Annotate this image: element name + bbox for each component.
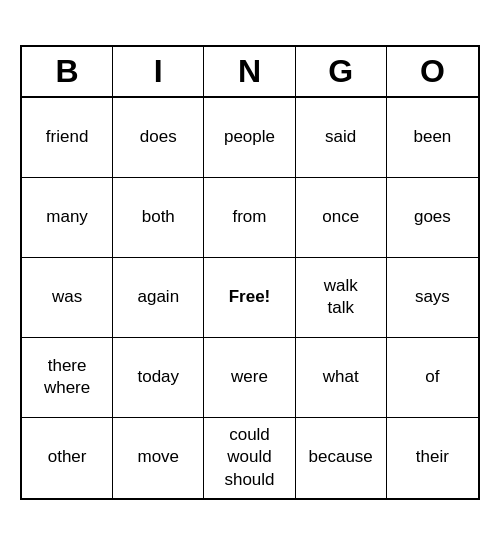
- bingo-cell-17[interactable]: were: [204, 338, 295, 418]
- bingo-cell-22[interactable]: couldwouldshould: [204, 418, 295, 498]
- bingo-cell-10[interactable]: was: [22, 258, 113, 338]
- header-i: I: [113, 47, 204, 96]
- bingo-cell-18[interactable]: what: [296, 338, 387, 418]
- bingo-cell-15[interactable]: therewhere: [22, 338, 113, 418]
- header-b: B: [22, 47, 113, 96]
- bingo-cell-9[interactable]: goes: [387, 178, 478, 258]
- bingo-cell-19[interactable]: of: [387, 338, 478, 418]
- bingo-cell-11[interactable]: again: [113, 258, 204, 338]
- header-g: G: [296, 47, 387, 96]
- header-o: O: [387, 47, 478, 96]
- bingo-header: B I N G O: [22, 47, 478, 98]
- bingo-cell-20[interactable]: other: [22, 418, 113, 498]
- bingo-cell-24[interactable]: their: [387, 418, 478, 498]
- bingo-cell-23[interactable]: because: [296, 418, 387, 498]
- bingo-cell-5[interactable]: many: [22, 178, 113, 258]
- bingo-grid: frienddoespeoplesaidbeenmanybothfromonce…: [22, 98, 478, 498]
- bingo-cell-1[interactable]: does: [113, 98, 204, 178]
- bingo-cell-3[interactable]: said: [296, 98, 387, 178]
- bingo-cell-13[interactable]: walktalk: [296, 258, 387, 338]
- bingo-cell-0[interactable]: friend: [22, 98, 113, 178]
- bingo-cell-12[interactable]: Free!: [204, 258, 295, 338]
- bingo-cell-14[interactable]: says: [387, 258, 478, 338]
- bingo-cell-6[interactable]: both: [113, 178, 204, 258]
- bingo-cell-2[interactable]: people: [204, 98, 295, 178]
- bingo-card: B I N G O frienddoespeoplesaidbeenmanybo…: [20, 45, 480, 500]
- header-n: N: [204, 47, 295, 96]
- bingo-cell-4[interactable]: been: [387, 98, 478, 178]
- bingo-cell-21[interactable]: move: [113, 418, 204, 498]
- bingo-cell-8[interactable]: once: [296, 178, 387, 258]
- bingo-cell-16[interactable]: today: [113, 338, 204, 418]
- bingo-cell-7[interactable]: from: [204, 178, 295, 258]
